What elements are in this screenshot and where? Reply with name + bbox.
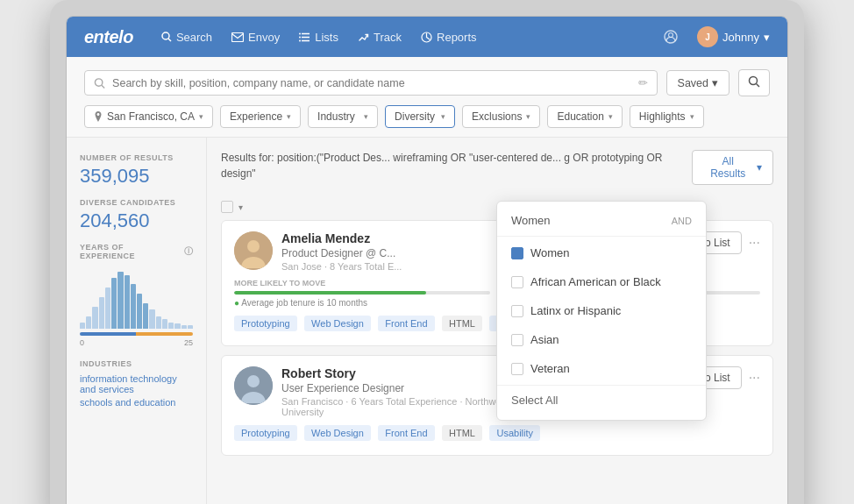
chart-bar-12 <box>156 316 161 329</box>
chart-bar-4 <box>105 287 110 329</box>
candidate-info-0: Amelia Mendez Product Designer @ C... Sa… <box>281 231 505 272</box>
svg-point-17 <box>247 240 260 252</box>
avatar-image-1 <box>234 366 273 405</box>
industry-link-0[interactable]: information technology and services <box>80 373 193 394</box>
industry-filter[interactable]: Industry ▾ <box>308 105 378 128</box>
check-women[interactable] <box>511 247 523 259</box>
chart-bar-16 <box>181 325 187 329</box>
exclusions-filter[interactable]: Exclusions ▾ <box>462 105 540 128</box>
chart-range: 0 25 <box>80 338 193 347</box>
all-results-button[interactable]: All Results ▾ <box>692 150 773 185</box>
search-input-wrap[interactable]: ✏ <box>84 70 658 96</box>
nav-reports[interactable]: Reports <box>421 31 477 44</box>
filter-row: San Francisco, CA ▾ Experience ▾ Industr… <box>84 105 770 137</box>
check-african[interactable] <box>511 276 523 288</box>
check-asian[interactable] <box>511 334 523 346</box>
laptop-screen: entelo Search Envoy Lists Track Reports <box>66 16 788 504</box>
num-results-value: 359,095 <box>80 165 193 188</box>
select-all-item[interactable]: Select All <box>497 385 706 415</box>
move-section-0: MORE LIKELY TO MOVE ● Average job tenure… <box>234 279 490 308</box>
skill-tag-1-3: HTML <box>442 425 482 441</box>
search-submit-icon <box>748 75 760 88</box>
svg-point-12 <box>95 78 102 85</box>
svg-rect-2 <box>232 32 244 41</box>
search-icon <box>161 32 172 42</box>
sidebar: NUMBER OF RESULTS 359,095 DIVERSE CANDID… <box>67 138 207 504</box>
industries-label: INDUSTRIES <box>80 359 193 368</box>
chart-bar-13 <box>162 319 167 329</box>
more-actions-1[interactable]: ··· <box>749 370 760 386</box>
saved-button[interactable]: Saved ▾ <box>666 70 729 96</box>
chart-bar-0 <box>80 323 85 329</box>
svg-point-11 <box>669 33 673 38</box>
dropdown-divider-0 <box>497 236 706 237</box>
main-content: NUMBER OF RESULTS 359,095 DIVERSE CANDID… <box>67 138 787 504</box>
nav-user-icon[interactable] <box>664 30 678 44</box>
years-label: YEARS OF EXPERIENCE ⓘ <box>80 243 193 260</box>
chart-bar-3 <box>99 297 104 329</box>
num-results-label: NUMBER OF RESULTS <box>80 153 193 162</box>
nav-track[interactable]: Track <box>358 31 402 44</box>
diverse-value: 204,560 <box>80 209 193 232</box>
dropdown-item-african[interactable]: African American or Black <box>497 267 706 296</box>
checkbox-caret[interactable]: ▾ <box>238 202 243 212</box>
dropdown-item-latinx[interactable]: Latinx or Hispanic <box>497 296 706 325</box>
move-bar-0 <box>234 291 490 295</box>
dropdown-item-women[interactable]: Women <box>497 238 706 267</box>
nav-lists[interactable]: Lists <box>299 31 338 44</box>
candidate-avatar-1 <box>234 366 273 405</box>
search-submit-button[interactable] <box>738 69 770 96</box>
svg-point-7 <box>299 36 301 38</box>
candidate-info-1: Robert Story User Experience Designer Sa… <box>281 366 524 417</box>
diversity-dropdown: Women AND Women African American or Blac… <box>496 201 707 421</box>
candidate-title-0: Product Designer @ C... <box>281 247 505 259</box>
experience-filter[interactable]: Experience ▾ <box>220 105 301 128</box>
svg-point-14 <box>750 77 758 85</box>
highlights-filter[interactable]: Highlights ▾ <box>630 105 704 128</box>
reports-icon <box>421 32 432 43</box>
search-input[interactable] <box>112 77 630 89</box>
check-veteran[interactable] <box>511 363 523 375</box>
diverse-label: DIVERSE CANDIDATES <box>80 198 193 207</box>
diversity-filter[interactable]: Diversity ▾ <box>385 105 455 128</box>
candidate-title-1: User Experience Designer <box>281 382 524 394</box>
skill-tag-1-4: Usability <box>489 425 540 441</box>
dropdown-item-veteran[interactable]: Veteran <box>497 354 706 383</box>
chart-bar-5 <box>111 278 117 329</box>
skill-tag-0-0: Prototyping <box>234 316 297 331</box>
industry-link-1[interactable]: schools and education <box>80 397 193 408</box>
chart-bar-9 <box>137 294 142 329</box>
skill-tag-1-1: Web Design <box>304 425 371 441</box>
list-icon <box>299 32 310 42</box>
search-bar: ✏ Saved ▾ San Francisco, CA ▾ Experience <box>67 57 787 138</box>
location-filter[interactable]: San Francisco, CA ▾ <box>84 105 213 128</box>
top-nav: entelo Search Envoy Lists Track Reports <box>67 17 787 57</box>
dropdown-header: Women AND <box>497 207 706 234</box>
nav-user[interactable]: J Johnny ▾ <box>697 26 770 47</box>
results-panel: Results for: position:("Product Des... w… <box>207 138 787 504</box>
nav-search[interactable]: Search <box>161 31 212 44</box>
candidate-meta-0: San Jose · 8 Years Total E... <box>281 261 505 272</box>
edit-icon: ✏ <box>638 76 648 89</box>
chart-bar-17 <box>188 325 193 329</box>
select-all-checkbox[interactable] <box>221 201 233 213</box>
chart-bar-11 <box>149 309 154 329</box>
education-filter[interactable]: Education ▾ <box>547 105 622 128</box>
range-bar <box>80 332 193 336</box>
check-latinx[interactable] <box>511 305 523 317</box>
mail-icon <box>231 32 244 42</box>
candidate-meta-1: San Francisco · 6 Years Total Experience… <box>281 396 524 417</box>
nav-envoy[interactable]: Envoy <box>231 31 280 44</box>
svg-point-8 <box>299 39 301 41</box>
candidate-name-0: Amelia Mendez <box>281 231 505 245</box>
experience-chart <box>80 267 193 329</box>
dropdown-item-asian[interactable]: Asian <box>497 325 706 354</box>
track-icon <box>358 32 369 43</box>
chart-bar-10 <box>143 303 148 329</box>
svg-point-6 <box>299 32 301 34</box>
user-icon <box>664 30 678 44</box>
results-header: Results for: position:("Product Des... w… <box>221 150 692 181</box>
svg-line-1 <box>168 39 171 41</box>
more-actions-0[interactable]: ··· <box>749 235 760 251</box>
location-icon <box>94 111 103 122</box>
